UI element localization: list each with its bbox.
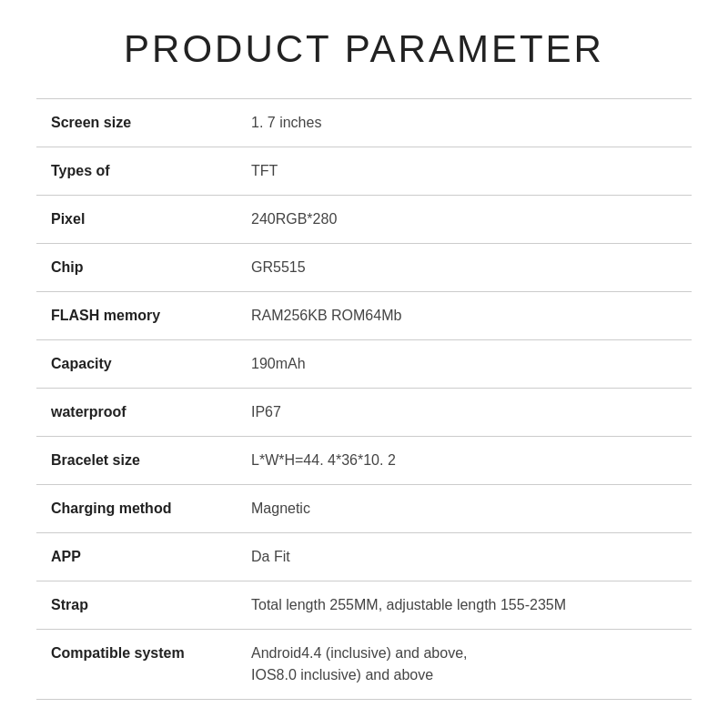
param-label: Compatible system <box>36 630 237 700</box>
table-row: Pixel240RGB*280 <box>36 196 692 244</box>
page-title: PRODUCT PARAMETER <box>124 27 604 71</box>
table-row: FLASH memoryRAM256KB ROM64Mb <box>36 292 692 340</box>
table-row: Screen size1. 7 inches <box>36 99 692 147</box>
param-value: Magnetic <box>237 485 692 533</box>
table-row: Bracelet sizeL*W*H=44. 4*36*10. 2 <box>36 437 692 485</box>
param-label: FLASH memory <box>36 292 237 340</box>
param-value: RAM256KB ROM64Mb <box>237 292 692 340</box>
param-label: Charging method <box>36 485 237 533</box>
param-label: Capacity <box>36 340 237 389</box>
param-value: L*W*H=44. 4*36*10. 2 <box>237 437 692 485</box>
param-label: APP <box>36 533 237 581</box>
table-row: Compatible systemAndroid4.4 (inclusive) … <box>36 630 692 700</box>
param-value: TFT <box>237 147 692 196</box>
param-value: Android4.4 (inclusive) and above,IOS8.0 … <box>237 630 692 700</box>
table-row: waterproofIP67 <box>36 389 692 437</box>
param-value: 1. 7 inches <box>237 99 692 147</box>
params-table: Screen size1. 7 inchesTypes ofTFTPixel24… <box>36 98 692 700</box>
table-row: Charging methodMagnetic <box>36 485 692 533</box>
param-value: GR5515 <box>237 244 692 292</box>
param-value: 190mAh <box>237 340 692 389</box>
table-row: StrapTotal length 255MM, adjustable leng… <box>36 581 692 630</box>
param-label: Screen size <box>36 99 237 147</box>
param-label: Bracelet size <box>36 437 237 485</box>
table-row: ChipGR5515 <box>36 244 692 292</box>
param-label: waterproof <box>36 389 237 437</box>
param-label: Pixel <box>36 196 237 244</box>
table-row: APPDa Fit <box>36 533 692 581</box>
param-label: Chip <box>36 244 237 292</box>
param-value: 240RGB*280 <box>237 196 692 244</box>
table-row: Types ofTFT <box>36 147 692 196</box>
table-row: Capacity190mAh <box>36 340 692 389</box>
param-value: Total length 255MM, adjustable length 15… <box>237 581 692 630</box>
param-value: IP67 <box>237 389 692 437</box>
param-value: Da Fit <box>237 533 692 581</box>
param-label: Types of <box>36 147 237 196</box>
param-label: Strap <box>36 581 237 630</box>
